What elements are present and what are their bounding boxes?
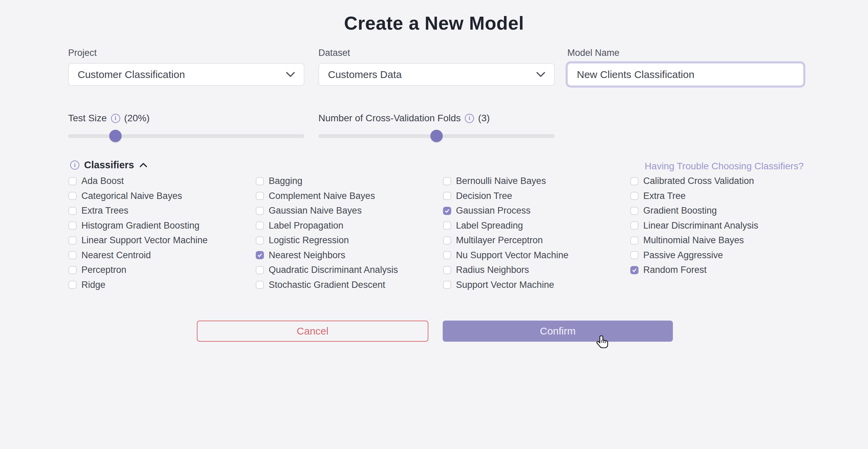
classifier-option-logistic-regression[interactable]: Logistic Regression — [256, 233, 398, 248]
checkbox-unchecked-icon[interactable] — [256, 221, 264, 230]
classifier-option-label-propagation[interactable]: Label Propagation — [256, 218, 398, 233]
classifier-option-calibrated-cross-validation[interactable]: Calibrated Cross Validation — [630, 174, 758, 189]
classifier-option-label: Perceptron — [81, 265, 126, 275]
classifier-option-bernoulli-naive-bayes[interactable]: Bernoulli Naive Bayes — [443, 174, 568, 189]
checkbox-unchecked-icon[interactable] — [256, 207, 264, 215]
checkbox-unchecked-icon[interactable] — [256, 192, 264, 200]
classifier-option-label-spreading[interactable]: Label Spreading — [443, 218, 568, 233]
dataset-select[interactable]: Customers Data — [318, 63, 555, 86]
checkbox-unchecked-icon[interactable] — [443, 251, 451, 259]
classifier-option-categorical-naive-bayes[interactable]: Categorical Naive Bayes — [68, 189, 208, 204]
info-icon[interactable]: i — [111, 114, 120, 123]
classifier-option-random-forest[interactable]: Random Forest — [630, 263, 758, 278]
classifier-option-label: Multinomial Naive Bayes — [643, 235, 744, 246]
project-field-group: Project Customer Classification — [68, 48, 304, 86]
classifier-option-label: Categorical Naive Bayes — [81, 191, 182, 201]
checkbox-unchecked-icon[interactable] — [443, 192, 451, 200]
classifier-option-extra-trees[interactable]: Extra Trees — [68, 203, 208, 218]
classifier-option-complement-naive-bayes[interactable]: Complement Naive Bayes — [256, 189, 398, 204]
chevron-up-icon — [140, 163, 147, 167]
model-name-input[interactable] — [567, 63, 804, 86]
checkbox-unchecked-icon[interactable] — [68, 266, 77, 274]
classifier-option-multilayer-perceptron[interactable]: Multilayer Perceptron — [443, 233, 568, 248]
checkbox-unchecked-icon[interactable] — [443, 221, 451, 230]
cv-folds-label: Number of Cross-Validation Folds — [318, 113, 461, 124]
checkbox-unchecked-icon[interactable] — [68, 221, 77, 230]
classifier-option-linear-discriminant-analysis[interactable]: Linear Discriminant Analysis — [630, 218, 758, 233]
classifier-help-link[interactable]: Having Trouble Choosing Classifiers? — [645, 161, 804, 172]
info-icon[interactable]: i — [70, 160, 79, 170]
checkbox-checked-icon[interactable] — [256, 251, 264, 259]
checkbox-unchecked-icon[interactable] — [443, 177, 451, 185]
checkbox-unchecked-icon[interactable] — [68, 251, 77, 259]
classifiers-column-3: Bernoulli Naive BayesDecision TreeGaussi… — [443, 174, 568, 292]
classifier-option-nearest-neighbors[interactable]: Nearest Neighbors — [256, 248, 398, 263]
test-size-slider[interactable] — [68, 134, 304, 138]
classifier-option-label: Calibrated Cross Validation — [643, 176, 754, 186]
classifier-option-quadratic-discriminant-analysis[interactable]: Quadratic Discriminant Analysis — [256, 263, 398, 278]
classifiers-column-2: BaggingComplement Naive BayesGaussian Na… — [256, 174, 398, 292]
checkbox-unchecked-icon[interactable] — [68, 177, 77, 185]
classifier-option-multinomial-naive-bayes[interactable]: Multinomial Naive Bayes — [630, 233, 758, 248]
classifier-option-bagging[interactable]: Bagging — [256, 174, 398, 189]
checkbox-unchecked-icon[interactable] — [630, 236, 638, 245]
classifier-option-nu-support-vector-machine[interactable]: Nu Support Vector Machine — [443, 248, 568, 263]
classifier-option-stochastic-gradient-descent[interactable]: Stochastic Gradient Descent — [256, 278, 398, 293]
classifiers-column-4: Calibrated Cross ValidationExtra TreeGra… — [630, 174, 758, 278]
classifier-option-nearest-centroid[interactable]: Nearest Centroid — [68, 248, 208, 263]
classifier-option-radius-neighbors[interactable]: Radius Neighbors — [443, 263, 568, 278]
classifier-option-label: Gaussian Naive Bayes — [269, 205, 362, 216]
classifier-option-label: Linear Discriminant Analysis — [643, 220, 758, 231]
checkbox-unchecked-icon[interactable] — [443, 266, 451, 274]
cv-folds-slider[interactable] — [318, 134, 555, 138]
test-size-label: Test Size — [68, 113, 107, 124]
checkbox-unchecked-icon[interactable] — [68, 192, 77, 200]
cancel-button[interactable]: Cancel — [197, 321, 428, 342]
checkbox-unchecked-icon[interactable] — [256, 266, 264, 274]
cv-folds-slider-thumb[interactable] — [430, 130, 443, 142]
classifier-option-support-vector-machine[interactable]: Support Vector Machine — [443, 278, 568, 293]
test-size-slider-thumb[interactable] — [109, 130, 122, 142]
checkbox-checked-icon[interactable] — [630, 266, 638, 274]
info-icon[interactable]: i — [465, 114, 474, 123]
test-size-group: Test Size i (20%) — [68, 112, 304, 138]
checkbox-unchecked-icon[interactable] — [630, 221, 638, 230]
checkbox-unchecked-icon[interactable] — [630, 207, 638, 215]
classifier-option-extra-tree[interactable]: Extra Tree — [630, 189, 758, 204]
checkbox-unchecked-icon[interactable] — [256, 177, 264, 185]
checkbox-unchecked-icon[interactable] — [68, 236, 77, 245]
classifier-option-ridge[interactable]: Ridge — [68, 278, 208, 293]
checkbox-unchecked-icon[interactable] — [256, 281, 264, 289]
checkbox-checked-icon[interactable] — [443, 207, 451, 215]
classifiers-column-1: Ada BoostCategorical Naive BayesExtra Tr… — [68, 174, 208, 292]
classifier-option-perceptron[interactable]: Perceptron — [68, 263, 208, 278]
classifier-option-decision-tree[interactable]: Decision Tree — [443, 189, 568, 204]
project-select[interactable]: Customer Classification — [68, 63, 304, 86]
classifier-option-histogram-gradient-boosting[interactable]: Histogram Gradient Boosting — [68, 218, 208, 233]
classifier-option-label: Passive Aggressive — [643, 250, 723, 261]
cv-folds-group: Number of Cross-Validation Folds i (3) — [318, 112, 555, 138]
model-name-field-group: Model Name — [567, 48, 804, 86]
classifier-option-label: Gaussian Process — [456, 205, 531, 216]
classifier-option-gradient-boosting[interactable]: Gradient Boosting — [630, 203, 758, 218]
classifier-option-gaussian-process[interactable]: Gaussian Process — [443, 203, 568, 218]
checkbox-unchecked-icon[interactable] — [443, 281, 451, 289]
checkbox-unchecked-icon[interactable] — [630, 177, 638, 185]
checkbox-unchecked-icon[interactable] — [630, 251, 638, 259]
confirm-button[interactable]: Confirm — [443, 321, 673, 342]
checkbox-unchecked-icon[interactable] — [68, 207, 77, 215]
classifier-option-gaussian-naive-bayes[interactable]: Gaussian Naive Bayes — [256, 203, 398, 218]
checkbox-unchecked-icon[interactable] — [68, 281, 77, 289]
classifier-option-linear-support-vector-machine[interactable]: Linear Support Vector Machine — [68, 233, 208, 248]
classifier-option-ada-boost[interactable]: Ada Boost — [68, 174, 208, 189]
checkbox-unchecked-icon[interactable] — [256, 236, 264, 245]
classifiers-section-toggle[interactable]: i Classifiers — [70, 159, 147, 171]
dataset-selected-value: Customers Data — [328, 69, 402, 80]
classifier-option-passive-aggressive[interactable]: Passive Aggressive — [630, 248, 758, 263]
classifier-option-label: Histogram Gradient Boosting — [81, 220, 200, 231]
checkbox-unchecked-icon[interactable] — [630, 192, 638, 200]
checkbox-unchecked-icon[interactable] — [443, 236, 451, 245]
classifier-option-label: Extra Tree — [643, 191, 686, 201]
project-label: Project — [68, 48, 304, 58]
classifier-option-label: Label Spreading — [456, 220, 523, 231]
